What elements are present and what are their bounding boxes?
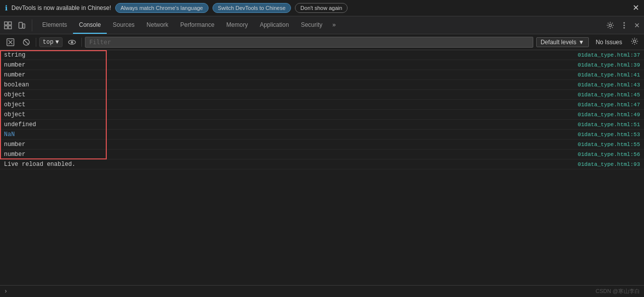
inspect-element-icon[interactable] — [2, 19, 14, 31]
row-value: string — [4, 52, 578, 59]
device-toolbar-icon[interactable] — [16, 19, 28, 31]
table-row: number01data_type.html:56 — [0, 149, 644, 159]
row-source-link[interactable]: 01data_type.html:55 — [578, 142, 640, 148]
row-source-link[interactable]: 01data_type.html:51 — [578, 122, 640, 128]
table-row: object01data_type.html:49 — [0, 110, 644, 120]
row-value: undefined — [4, 121, 578, 128]
table-row: number01data_type.html:39 — [0, 60, 644, 70]
table-row: object01data_type.html:45 — [0, 90, 644, 100]
tab-bar-actions: ✕ — [604, 19, 642, 31]
svg-rect-3 — [8, 26, 11, 29]
row-value: number — [4, 141, 578, 148]
tab-bar-icons — [2, 19, 32, 31]
svg-point-7 — [624, 22, 625, 23]
watermark-text: CSDN @寒山李白 — [596, 288, 640, 295]
console-settings-icon[interactable] — [629, 36, 640, 48]
console-input-row: › CSDN @寒山李白 — [0, 285, 644, 297]
tab-list: ElementsConsoleSourcesNetworkPerformance… — [36, 16, 328, 34]
row-source-link[interactable]: 01data_type.html:39 — [578, 62, 640, 68]
more-tabs-button[interactable]: » — [328, 22, 340, 29]
console-rows-list: string01data_type.html:37number01data_ty… — [0, 50, 644, 159]
info-icon: ℹ — [5, 4, 7, 12]
svg-point-17 — [634, 40, 636, 43]
prompt-arrow: › — [4, 288, 7, 295]
table-row: boolean01data_type.html:43 — [0, 80, 644, 90]
table-row: string01data_type.html:37 — [0, 50, 644, 60]
toolbar-divider-1 — [36, 38, 36, 47]
log-levels-button[interactable]: Default levels ▼ — [536, 37, 589, 47]
console-rows-container: string01data_type.html:37number01data_ty… — [0, 50, 644, 159]
tab-memory[interactable]: Memory — [220, 16, 254, 34]
table-row: number01data_type.html:55 — [0, 140, 644, 149]
row-source-link[interactable]: 01data_type.html:37 — [578, 52, 640, 58]
row-value: number — [4, 151, 578, 158]
no-issues-label: No Issues — [592, 38, 626, 47]
row-value: object — [4, 101, 578, 108]
tab-performance[interactable]: Performance — [174, 16, 220, 34]
console-input[interactable] — [10, 288, 595, 295]
svg-line-14 — [24, 40, 29, 45]
block-network-button[interactable] — [20, 37, 33, 48]
row-source-link[interactable]: 01data_type.html:41 — [578, 72, 640, 78]
svg-point-6 — [609, 24, 612, 26]
svg-rect-0 — [4, 22, 7, 25]
row-source-link[interactable]: 01data_type.html:43 — [578, 82, 640, 88]
table-row: number01data_type.html:41 — [0, 70, 644, 80]
row-value: number — [4, 72, 578, 78]
filter-input[interactable] — [85, 37, 533, 48]
row-source-link[interactable]: 01data_type.html:53 — [578, 132, 640, 138]
live-reload-link[interactable]: 01data_type.html:93 — [578, 161, 640, 167]
console-toolbar: top ▼ Default levels ▼ No Issues — [0, 34, 644, 50]
context-label: top — [43, 39, 54, 46]
console-output-area: string01data_type.html:37number01data_ty… — [0, 50, 644, 285]
table-row: object01data_type.html:47 — [0, 100, 644, 110]
live-reload-row: Live reload enabled. 01data_type.html:93 — [0, 159, 644, 169]
close-devtools-icon[interactable]: ✕ — [632, 19, 642, 31]
tab-bar: ElementsConsoleSourcesNetworkPerformance… — [0, 16, 644, 34]
tab-network[interactable]: Network — [141, 16, 174, 34]
svg-rect-5 — [23, 24, 25, 28]
tab-application[interactable]: Application — [254, 16, 295, 34]
row-value: object — [4, 111, 578, 118]
row-source-link[interactable]: 01data_type.html:56 — [578, 151, 640, 157]
svg-rect-4 — [19, 22, 22, 28]
row-value: NaN — [4, 131, 578, 138]
eye-icon[interactable] — [66, 37, 78, 48]
chevron-down-icon: ▼ — [56, 39, 59, 46]
more-options-icon[interactable] — [618, 19, 630, 31]
tab-elements[interactable]: Elements — [36, 16, 73, 34]
row-value: boolean — [4, 81, 578, 88]
match-language-button[interactable]: Always match Chrome's language — [115, 3, 209, 13]
row-source-link[interactable]: 01data_type.html:47 — [578, 102, 640, 108]
svg-rect-2 — [4, 26, 7, 29]
table-row: NaN01data_type.html:53 — [0, 130, 644, 140]
tab-security[interactable]: Security — [295, 16, 328, 34]
log-levels-label: Default levels — [541, 39, 576, 46]
row-source-link[interactable]: 01data_type.html:45 — [578, 92, 640, 98]
clear-console-button[interactable] — [4, 37, 17, 48]
table-row: undefined01data_type.html:51 — [0, 120, 644, 130]
settings-icon[interactable] — [604, 19, 616, 31]
row-value: number — [4, 62, 578, 69]
info-banner: ℹ DevTools is now available in Chinese! … — [0, 0, 644, 16]
svg-point-8 — [624, 24, 625, 26]
tab-console[interactable]: Console — [73, 16, 107, 34]
banner-text: DevTools is now available in Chinese! — [11, 4, 111, 11]
svg-rect-1 — [8, 22, 11, 25]
toolbar-divider-2 — [81, 38, 82, 47]
switch-devtools-button[interactable]: Switch DevTools to Chinese — [213, 3, 291, 13]
tab-sources[interactable]: Sources — [107, 16, 141, 34]
dont-show-again-button[interactable]: Don't show again — [295, 3, 348, 13]
row-source-link[interactable]: 01data_type.html:49 — [578, 112, 640, 118]
context-selector[interactable]: top ▼ — [39, 37, 63, 47]
banner-close-button[interactable]: ✕ — [633, 4, 639, 12]
svg-point-9 — [624, 27, 625, 28]
chevron-down-icon-levels: ▼ — [578, 39, 584, 46]
live-reload-text: Live reload enabled. — [4, 161, 75, 168]
row-value: object — [4, 91, 578, 98]
svg-point-16 — [71, 41, 73, 43]
